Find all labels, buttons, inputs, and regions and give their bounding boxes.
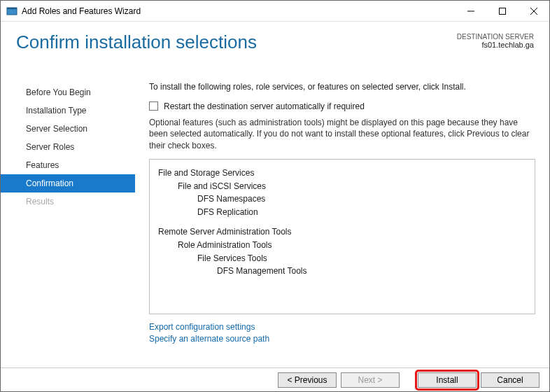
close-button[interactable] (518, 1, 549, 21)
header: Confirm installation selections DESTINAT… (1, 22, 549, 71)
role-item: File Services Tools (197, 252, 526, 265)
app-icon (6, 6, 17, 17)
role-item: File and Storage Services (158, 167, 526, 180)
sidebar-item-before-you-begin[interactable]: Before You Begin (1, 83, 135, 102)
restart-label: Restart the destination server automatic… (164, 102, 365, 111)
destination-label: DESTINATION SERVER (457, 33, 534, 41)
previous-button[interactable]: < Previous (278, 372, 337, 388)
links-area: Export configuration settings Specify an… (149, 321, 535, 346)
restart-checkbox-row[interactable]: Restart the destination server automatic… (149, 102, 535, 111)
sidebar-item-server-roles[interactable]: Server Roles (1, 138, 135, 156)
role-item: DFS Management Tools (217, 265, 526, 278)
role-item: File and iSCSI Services (178, 180, 526, 193)
restart-checkbox[interactable] (149, 102, 158, 111)
sidebar-item-installation-type[interactable]: Installation Type (1, 102, 135, 120)
footer: < Previous Next > Install Cancel (1, 368, 549, 392)
alt-source-link[interactable]: Specify an alternate source path (149, 333, 535, 345)
page-title: Confirm installation selections (16, 31, 257, 53)
role-item: Role Administration Tools (178, 239, 526, 252)
window-title: Add Roles and Features Wizard (22, 6, 455, 16)
destination-server-block: DESTINATION SERVER fs01.techlab.ga (457, 31, 534, 49)
window-controls (455, 1, 549, 21)
titlebar: Add Roles and Features Wizard (1, 1, 549, 22)
export-config-link[interactable]: Export configuration settings (149, 321, 535, 333)
svg-rect-1 (7, 8, 17, 9)
body: Before You BeginInstallation TypeServer … (1, 71, 549, 368)
role-item: DFS Replication (197, 206, 526, 219)
content-pane: To install the following roles, role ser… (135, 71, 549, 368)
sidebar-item-features[interactable]: Features (1, 156, 135, 174)
roles-list-box: File and Storage ServicesFile and iSCSI … (149, 159, 535, 314)
destination-value: fs01.techlab.ga (457, 41, 534, 49)
sidebar-item-server-selection[interactable]: Server Selection (1, 120, 135, 138)
svg-rect-3 (499, 8, 505, 14)
next-button: Next > (341, 372, 400, 388)
wizard-sidebar: Before You BeginInstallation TypeServer … (1, 71, 135, 368)
maximize-button[interactable] (486, 1, 518, 21)
sidebar-item-confirmation[interactable]: Confirmation (1, 174, 135, 192)
intro-text: To install the following roles, role ser… (149, 82, 535, 93)
minimize-button[interactable] (455, 1, 486, 21)
role-item: Remote Server Administration Tools (158, 225, 526, 239)
cancel-button[interactable]: Cancel (481, 372, 540, 388)
sidebar-item-results: Results (1, 192, 135, 211)
optional-features-text: Optional features (such as administratio… (149, 117, 535, 152)
role-item: DFS Namespaces (197, 192, 526, 206)
install-button[interactable]: Install (418, 372, 477, 388)
